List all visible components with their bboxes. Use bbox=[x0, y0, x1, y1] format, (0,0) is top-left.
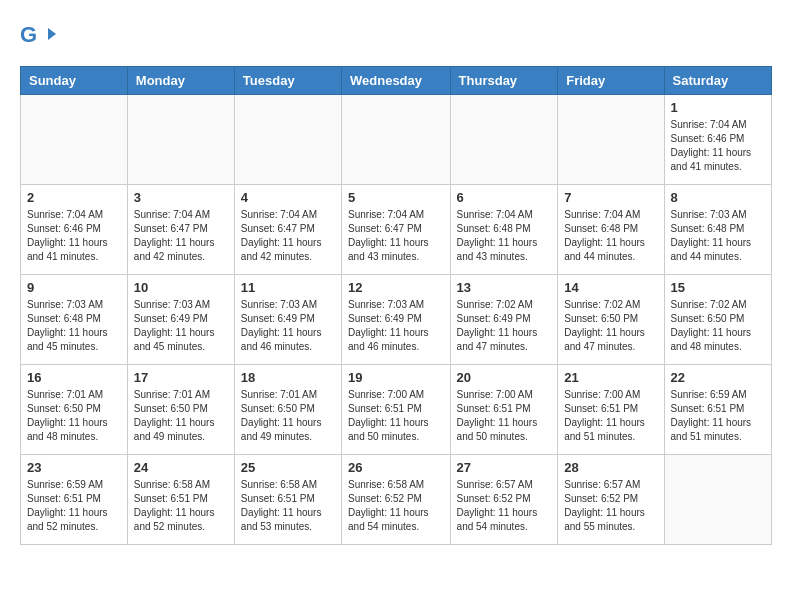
day-number: 3 bbox=[134, 190, 228, 205]
calendar-cell: 21Sunrise: 7:00 AM Sunset: 6:51 PM Dayli… bbox=[558, 365, 664, 455]
calendar-cell: 2Sunrise: 7:04 AM Sunset: 6:46 PM Daylig… bbox=[21, 185, 128, 275]
day-number: 13 bbox=[457, 280, 552, 295]
day-info: Sunrise: 7:02 AM Sunset: 6:50 PM Dayligh… bbox=[564, 298, 657, 354]
calendar-cell bbox=[234, 95, 341, 185]
day-number: 9 bbox=[27, 280, 121, 295]
day-number: 17 bbox=[134, 370, 228, 385]
calendar-cell: 4Sunrise: 7:04 AM Sunset: 6:47 PM Daylig… bbox=[234, 185, 341, 275]
day-info: Sunrise: 6:57 AM Sunset: 6:52 PM Dayligh… bbox=[564, 478, 657, 534]
calendar-cell: 6Sunrise: 7:04 AM Sunset: 6:48 PM Daylig… bbox=[450, 185, 558, 275]
day-info: Sunrise: 6:58 AM Sunset: 6:51 PM Dayligh… bbox=[241, 478, 335, 534]
day-info: Sunrise: 7:02 AM Sunset: 6:49 PM Dayligh… bbox=[457, 298, 552, 354]
day-info: Sunrise: 7:03 AM Sunset: 6:48 PM Dayligh… bbox=[27, 298, 121, 354]
week-row-4: 16Sunrise: 7:01 AM Sunset: 6:50 PM Dayli… bbox=[21, 365, 772, 455]
calendar-cell: 23Sunrise: 6:59 AM Sunset: 6:51 PM Dayli… bbox=[21, 455, 128, 545]
day-number: 12 bbox=[348, 280, 444, 295]
calendar-header: SundayMondayTuesdayWednesdayThursdayFrid… bbox=[21, 67, 772, 95]
day-number: 25 bbox=[241, 460, 335, 475]
calendar-cell: 24Sunrise: 6:58 AM Sunset: 6:51 PM Dayli… bbox=[127, 455, 234, 545]
calendar-cell: 13Sunrise: 7:02 AM Sunset: 6:49 PM Dayli… bbox=[450, 275, 558, 365]
day-info: Sunrise: 7:04 AM Sunset: 6:48 PM Dayligh… bbox=[457, 208, 552, 264]
calendar-cell: 14Sunrise: 7:02 AM Sunset: 6:50 PM Dayli… bbox=[558, 275, 664, 365]
calendar-cell bbox=[450, 95, 558, 185]
day-number: 26 bbox=[348, 460, 444, 475]
day-info: Sunrise: 7:03 AM Sunset: 6:49 PM Dayligh… bbox=[134, 298, 228, 354]
calendar-cell: 26Sunrise: 6:58 AM Sunset: 6:52 PM Dayli… bbox=[342, 455, 451, 545]
day-info: Sunrise: 7:00 AM Sunset: 6:51 PM Dayligh… bbox=[457, 388, 552, 444]
day-number: 22 bbox=[671, 370, 765, 385]
day-info: Sunrise: 7:04 AM Sunset: 6:47 PM Dayligh… bbox=[241, 208, 335, 264]
days-of-week-row: SundayMondayTuesdayWednesdayThursdayFrid… bbox=[21, 67, 772, 95]
col-header-saturday: Saturday bbox=[664, 67, 771, 95]
day-number: 27 bbox=[457, 460, 552, 475]
day-info: Sunrise: 7:01 AM Sunset: 6:50 PM Dayligh… bbox=[134, 388, 228, 444]
day-number: 21 bbox=[564, 370, 657, 385]
day-info: Sunrise: 6:58 AM Sunset: 6:51 PM Dayligh… bbox=[134, 478, 228, 534]
logo: G bbox=[20, 20, 60, 56]
day-number: 18 bbox=[241, 370, 335, 385]
day-number: 24 bbox=[134, 460, 228, 475]
day-info: Sunrise: 7:04 AM Sunset: 6:48 PM Dayligh… bbox=[564, 208, 657, 264]
week-row-2: 2Sunrise: 7:04 AM Sunset: 6:46 PM Daylig… bbox=[21, 185, 772, 275]
calendar-table: SundayMondayTuesdayWednesdayThursdayFrid… bbox=[20, 66, 772, 545]
day-info: Sunrise: 7:00 AM Sunset: 6:51 PM Dayligh… bbox=[348, 388, 444, 444]
day-info: Sunrise: 7:04 AM Sunset: 6:46 PM Dayligh… bbox=[671, 118, 765, 174]
day-number: 2 bbox=[27, 190, 121, 205]
day-info: Sunrise: 6:59 AM Sunset: 6:51 PM Dayligh… bbox=[27, 478, 121, 534]
calendar-cell bbox=[21, 95, 128, 185]
calendar-cell bbox=[342, 95, 451, 185]
day-info: Sunrise: 7:00 AM Sunset: 6:51 PM Dayligh… bbox=[564, 388, 657, 444]
calendar-cell bbox=[558, 95, 664, 185]
calendar-cell: 16Sunrise: 7:01 AM Sunset: 6:50 PM Dayli… bbox=[21, 365, 128, 455]
calendar-cell: 27Sunrise: 6:57 AM Sunset: 6:52 PM Dayli… bbox=[450, 455, 558, 545]
day-number: 5 bbox=[348, 190, 444, 205]
day-number: 16 bbox=[27, 370, 121, 385]
day-info: Sunrise: 7:04 AM Sunset: 6:47 PM Dayligh… bbox=[348, 208, 444, 264]
day-info: Sunrise: 7:03 AM Sunset: 6:48 PM Dayligh… bbox=[671, 208, 765, 264]
calendar-cell: 8Sunrise: 7:03 AM Sunset: 6:48 PM Daylig… bbox=[664, 185, 771, 275]
calendar-cell: 22Sunrise: 6:59 AM Sunset: 6:51 PM Dayli… bbox=[664, 365, 771, 455]
calendar-cell: 17Sunrise: 7:01 AM Sunset: 6:50 PM Dayli… bbox=[127, 365, 234, 455]
col-header-tuesday: Tuesday bbox=[234, 67, 341, 95]
day-number: 7 bbox=[564, 190, 657, 205]
calendar-cell: 11Sunrise: 7:03 AM Sunset: 6:49 PM Dayli… bbox=[234, 275, 341, 365]
calendar-cell: 7Sunrise: 7:04 AM Sunset: 6:48 PM Daylig… bbox=[558, 185, 664, 275]
calendar-cell: 10Sunrise: 7:03 AM Sunset: 6:49 PM Dayli… bbox=[127, 275, 234, 365]
col-header-sunday: Sunday bbox=[21, 67, 128, 95]
day-info: Sunrise: 7:03 AM Sunset: 6:49 PM Dayligh… bbox=[241, 298, 335, 354]
week-row-3: 9Sunrise: 7:03 AM Sunset: 6:48 PM Daylig… bbox=[21, 275, 772, 365]
day-number: 23 bbox=[27, 460, 121, 475]
day-number: 20 bbox=[457, 370, 552, 385]
day-info: Sunrise: 6:59 AM Sunset: 6:51 PM Dayligh… bbox=[671, 388, 765, 444]
day-info: Sunrise: 7:01 AM Sunset: 6:50 PM Dayligh… bbox=[241, 388, 335, 444]
col-header-friday: Friday bbox=[558, 67, 664, 95]
day-info: Sunrise: 6:57 AM Sunset: 6:52 PM Dayligh… bbox=[457, 478, 552, 534]
calendar-cell: 5Sunrise: 7:04 AM Sunset: 6:47 PM Daylig… bbox=[342, 185, 451, 275]
col-header-wednesday: Wednesday bbox=[342, 67, 451, 95]
logo-icon: G bbox=[20, 20, 56, 56]
day-number: 4 bbox=[241, 190, 335, 205]
calendar-cell bbox=[127, 95, 234, 185]
calendar-cell: 19Sunrise: 7:00 AM Sunset: 6:51 PM Dayli… bbox=[342, 365, 451, 455]
calendar-cell: 1Sunrise: 7:04 AM Sunset: 6:46 PM Daylig… bbox=[664, 95, 771, 185]
week-row-5: 23Sunrise: 6:59 AM Sunset: 6:51 PM Dayli… bbox=[21, 455, 772, 545]
day-info: Sunrise: 6:58 AM Sunset: 6:52 PM Dayligh… bbox=[348, 478, 444, 534]
day-number: 8 bbox=[671, 190, 765, 205]
calendar-cell: 20Sunrise: 7:00 AM Sunset: 6:51 PM Dayli… bbox=[450, 365, 558, 455]
day-number: 28 bbox=[564, 460, 657, 475]
day-info: Sunrise: 7:04 AM Sunset: 6:47 PM Dayligh… bbox=[134, 208, 228, 264]
calendar-cell: 25Sunrise: 6:58 AM Sunset: 6:51 PM Dayli… bbox=[234, 455, 341, 545]
day-number: 6 bbox=[457, 190, 552, 205]
calendar-cell: 15Sunrise: 7:02 AM Sunset: 6:50 PM Dayli… bbox=[664, 275, 771, 365]
calendar-cell: 9Sunrise: 7:03 AM Sunset: 6:48 PM Daylig… bbox=[21, 275, 128, 365]
day-number: 10 bbox=[134, 280, 228, 295]
day-number: 1 bbox=[671, 100, 765, 115]
calendar-cell: 18Sunrise: 7:01 AM Sunset: 6:50 PM Dayli… bbox=[234, 365, 341, 455]
week-row-1: 1Sunrise: 7:04 AM Sunset: 6:46 PM Daylig… bbox=[21, 95, 772, 185]
day-number: 19 bbox=[348, 370, 444, 385]
calendar-body: 1Sunrise: 7:04 AM Sunset: 6:46 PM Daylig… bbox=[21, 95, 772, 545]
calendar-cell: 28Sunrise: 6:57 AM Sunset: 6:52 PM Dayli… bbox=[558, 455, 664, 545]
day-info: Sunrise: 7:02 AM Sunset: 6:50 PM Dayligh… bbox=[671, 298, 765, 354]
day-info: Sunrise: 7:01 AM Sunset: 6:50 PM Dayligh… bbox=[27, 388, 121, 444]
day-number: 14 bbox=[564, 280, 657, 295]
